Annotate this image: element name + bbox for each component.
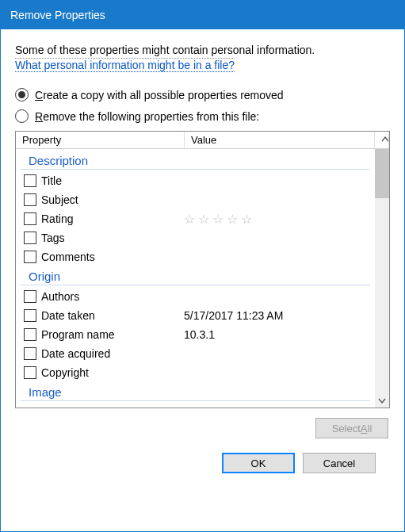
checkbox[interactable] [24,193,36,206]
property-label: Subject [41,193,184,206]
properties-list: Property Value DescriptionTitleSubjectRa… [15,131,390,408]
property-row[interactable]: Copyright [16,363,375,382]
checkbox[interactable] [24,347,36,360]
intro-text: Some of these properties might contain p… [15,44,390,56]
property-row[interactable]: Rating☆☆☆☆☆ [16,209,375,228]
rating-stars: ☆☆☆☆☆ [184,212,255,226]
checkbox[interactable] [24,290,36,303]
property-value: 10.3.1 [184,328,375,341]
checkbox[interactable] [24,212,36,225]
checkbox[interactable] [24,251,36,263]
window-title: Remove Properties [10,9,105,21]
property-row[interactable]: Title [16,171,375,190]
property-row[interactable]: Date taken5/17/2017 11:23 AM [16,306,375,325]
scroll-up-icon[interactable] [375,132,389,148]
list-header: Property Value [16,132,389,149]
radio-create-copy[interactable]: Create a copy with all possible properti… [15,88,390,101]
property-label: Tags [41,232,184,244]
property-label: Copyright [41,366,184,379]
checkbox[interactable] [24,174,36,187]
property-label: Date taken [41,309,184,322]
group-header: Image [21,384,370,401]
scrollbar-track[interactable] [375,149,389,393]
property-row[interactable]: Date acquired [16,344,375,363]
checkbox[interactable] [24,232,36,244]
column-value[interactable]: Value [185,132,375,148]
select-all-button: Select All [315,418,388,438]
property-label: Program name [41,328,184,341]
property-row[interactable]: Tags [16,228,375,247]
property-row[interactable]: Program name10.3.1 [16,325,375,344]
radio-icon [15,88,29,101]
column-property[interactable]: Property [16,132,185,148]
radio-label: Remove the following properties from thi… [35,110,259,123]
checkbox[interactable] [24,366,36,379]
property-value: 5/17/2017 11:23 AM [184,309,375,322]
property-label: Rating [41,212,184,225]
property-row[interactable]: Authors [16,287,375,306]
property-row[interactable]: Subject [16,190,375,209]
property-label: Title [41,174,184,187]
scrollbar[interactable] [375,149,389,408]
radio-icon [15,109,29,123]
scrollbar-thumb[interactable] [375,149,389,198]
property-value: ☆☆☆☆☆ [184,212,375,227]
group-header: Origin [21,268,370,285]
scroll-down-icon[interactable] [375,393,389,408]
personal-info-link[interactable]: What personal information might be in a … [15,58,235,72]
checkbox[interactable] [24,309,36,322]
property-row[interactable]: Comments [16,247,375,266]
property-label: Comments [41,251,184,263]
property-label: Date acquired [41,347,184,360]
radio-label: Create a copy with all possible properti… [35,89,284,101]
property-label: Authors [41,290,184,303]
ok-button[interactable]: OK [222,453,295,473]
radio-remove-following[interactable]: Remove the following properties from thi… [15,109,390,123]
group-header: Description [21,152,370,170]
title-bar[interactable]: Remove Properties [1,1,404,29]
checkbox[interactable] [24,328,36,341]
cancel-button[interactable]: Cancel [303,453,376,473]
